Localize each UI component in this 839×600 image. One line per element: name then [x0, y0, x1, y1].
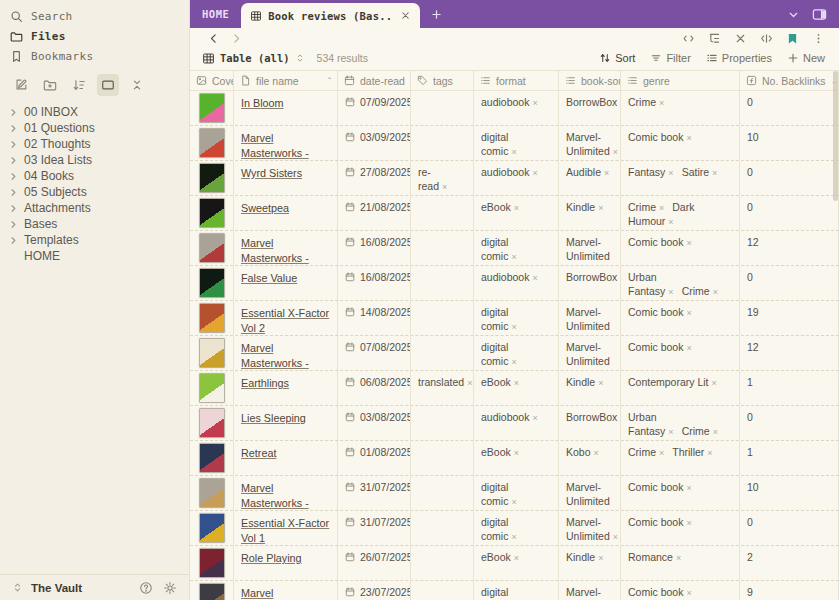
chip-remove-icon[interactable]: ×	[686, 588, 691, 598]
book-cover-thumbnail[interactable]	[199, 163, 225, 193]
chip-remove-icon[interactable]: ×	[676, 553, 681, 563]
sidebar-item-templates[interactable]: Templates	[0, 232, 189, 248]
format-cell[interactable]: audiobook×	[474, 161, 559, 195]
file-link[interactable]: Marvel Masterworks - The Uncanny X-Men, …	[241, 587, 319, 600]
split-view-icon[interactable]	[760, 32, 773, 45]
book-source-cell[interactable]: BorrowBox	[559, 266, 621, 300]
file-link[interactable]: Retreat	[241, 447, 276, 459]
tags-cell[interactable]: translated×	[411, 371, 474, 405]
column-header-file-name[interactable]: file nameˆ	[234, 71, 338, 90]
format-cell[interactable]: digital comic×	[474, 126, 559, 160]
chip-remove-icon[interactable]: ×	[686, 238, 691, 248]
date-read-cell[interactable]: 27/08/2025	[338, 161, 411, 195]
chip-remove-icon[interactable]: ×	[598, 553, 603, 563]
book-cover-thumbnail[interactable]	[199, 373, 225, 403]
chip-remove-icon[interactable]: ×	[707, 448, 712, 458]
sidebar-item-03-idea-lists[interactable]: 03 Idea Lists	[0, 152, 189, 168]
book-cover-thumbnail[interactable]	[199, 128, 225, 158]
book-cover-thumbnail[interactable]	[199, 198, 225, 228]
tags-cell[interactable]	[411, 126, 474, 160]
format-cell[interactable]: digital comic×	[474, 336, 559, 370]
date-read-cell[interactable]: 31/07/2025	[338, 511, 411, 545]
filter-button[interactable]: Filter	[650, 52, 690, 64]
book-source-cell[interactable]: Kindle×	[559, 196, 621, 230]
date-read-cell[interactable]: 16/08/2025	[338, 266, 411, 300]
book-source-cell[interactable]: Kindle×	[559, 546, 621, 580]
tags-cell[interactable]	[411, 91, 474, 125]
chip-remove-icon[interactable]: ×	[514, 203, 519, 213]
book-cover-thumbnail[interactable]	[199, 268, 225, 298]
tags-cell[interactable]	[411, 546, 474, 580]
format-cell[interactable]: digital comic×	[474, 231, 559, 265]
date-read-cell[interactable]: 16/08/2025	[338, 231, 411, 265]
book-source-cell[interactable]: Marvel-Unlimited	[559, 301, 621, 335]
date-read-cell[interactable]: 23/07/2025	[338, 581, 411, 600]
format-cell[interactable]: eBook×	[474, 441, 559, 475]
column-header-cover[interactable]: Cover	[190, 71, 234, 90]
book-source-cell[interactable]: Marvel-Unlimited	[559, 231, 621, 265]
file-link[interactable]: Essential X-Factor Vol 1	[241, 517, 329, 544]
file-link[interactable]: Role Playing	[241, 552, 302, 564]
book-cover-thumbnail[interactable]	[199, 513, 225, 543]
sidebar-item-01-questions[interactable]: 01 Questions	[0, 120, 189, 136]
genre-cell[interactable]: Crime×Thriller×	[621, 441, 740, 475]
chip-remove-icon[interactable]: ×	[598, 203, 603, 213]
back-arrow-icon[interactable]	[202, 32, 225, 45]
chip-remove-icon[interactable]: ×	[713, 287, 718, 297]
chip-remove-icon[interactable]: ×	[668, 427, 673, 437]
chip-remove-icon[interactable]: ×	[532, 168, 537, 178]
file-link[interactable]: Earthlings	[241, 377, 289, 389]
date-read-cell[interactable]: 14/08/2025	[338, 301, 411, 335]
sidebar-item-04-books[interactable]: 04 Books	[0, 168, 189, 184]
chip-remove-icon[interactable]: ×	[511, 252, 516, 262]
scrollbar-thumb[interactable]	[833, 71, 838, 201]
book-cover-thumbnail[interactable]	[199, 408, 225, 438]
chevron-down-icon[interactable]	[787, 8, 800, 21]
chip-remove-icon[interactable]: ×	[514, 448, 519, 458]
collapse-all-icon[interactable]	[126, 74, 148, 96]
tags-cell[interactable]	[411, 476, 474, 510]
close-icon[interactable]	[734, 32, 747, 45]
chip-remove-icon[interactable]: ×	[514, 553, 519, 563]
chip-remove-icon[interactable]: ×	[659, 448, 664, 458]
format-cell[interactable]: eBook×	[474, 196, 559, 230]
tags-cell[interactable]	[411, 336, 474, 370]
tags-cell[interactable]	[411, 301, 474, 335]
genre-cell[interactable]: Comic book×	[621, 231, 740, 265]
chip-remove-icon[interactable]: ×	[442, 182, 447, 192]
tags-cell[interactable]	[411, 441, 474, 475]
file-link[interactable]: False Value	[241, 272, 297, 284]
chip-remove-icon[interactable]: ×	[659, 98, 664, 108]
book-source-cell[interactable]: Marvel-Unlimited×	[559, 126, 621, 160]
tab-home[interactable]: HOME	[190, 0, 241, 28]
chip-remove-icon[interactable]: ×	[686, 308, 691, 318]
column-header-no-backlinks[interactable]: No. Backlinks⌄	[740, 71, 839, 90]
view-selector[interactable]: Table (all)	[202, 52, 305, 65]
tags-cell[interactable]	[411, 266, 474, 300]
source-code-icon[interactable]	[682, 32, 695, 45]
book-cover-thumbnail[interactable]	[199, 303, 225, 333]
sort-order-icon[interactable]	[68, 74, 90, 96]
file-link[interactable]: Wyrd Sisters	[241, 167, 302, 179]
chip-remove-icon[interactable]: ×	[686, 518, 691, 528]
chip-remove-icon[interactable]: ×	[511, 147, 516, 157]
format-cell[interactable]: audiobook×	[474, 266, 559, 300]
book-source-cell[interactable]: Audible×	[559, 161, 621, 195]
chip-remove-icon[interactable]: ×	[467, 378, 472, 388]
chip-remove-icon[interactable]: ×	[659, 203, 664, 213]
chip-remove-icon[interactable]: ×	[686, 133, 691, 143]
book-source-cell[interactable]: Kobo×	[559, 441, 621, 475]
chip-remove-icon[interactable]: ×	[668, 217, 673, 227]
genre-cell[interactable]: Comic book×	[621, 511, 740, 545]
bookmark-filled-icon[interactable]	[786, 32, 799, 45]
genre-cell[interactable]: Comic book×	[621, 336, 740, 370]
column-header-date-read[interactable]: date-read⌄	[338, 71, 411, 90]
tags-cell[interactable]	[411, 581, 474, 600]
date-read-cell[interactable]: 03/09/2025	[338, 126, 411, 160]
sidebar-item-bookmarks[interactable]: Bookmarks	[0, 46, 189, 66]
tags-cell[interactable]	[411, 406, 474, 440]
new-tab-button[interactable]	[420, 0, 453, 28]
chip-remove-icon[interactable]: ×	[668, 168, 673, 178]
date-read-cell[interactable]: 03/08/2025	[338, 406, 411, 440]
tags-cell[interactable]: re-read×	[411, 161, 474, 195]
